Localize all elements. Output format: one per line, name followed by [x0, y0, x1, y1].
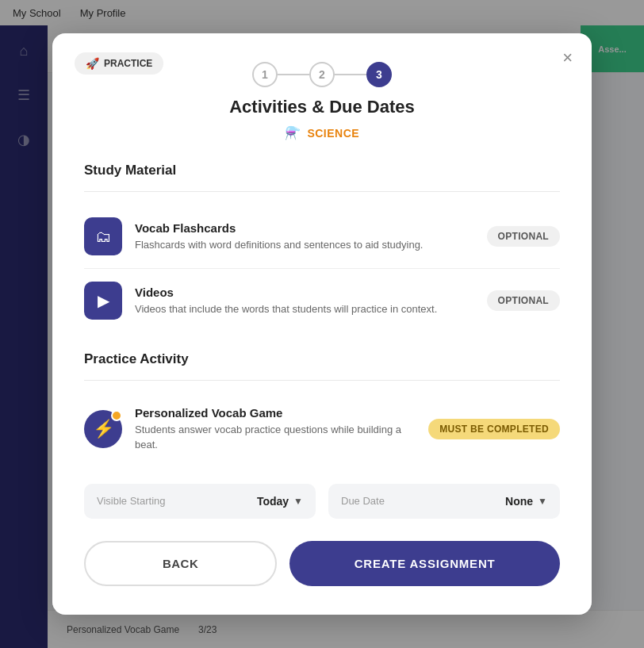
videos-badge: OPTIONAL: [487, 290, 560, 311]
due-date-value: None ▼: [505, 495, 547, 508]
create-assignment-button[interactable]: CREATE ASSIGNMENT: [289, 541, 560, 586]
science-icon: ⚗️: [285, 125, 301, 140]
practice-badge: 🚀 PRACTICE: [75, 52, 163, 75]
practice-badge-label: PRACTICE: [104, 58, 152, 69]
game-icon-dot: [111, 410, 122, 421]
vocab-flashcards-desc: Flashcards with word definitions and sen…: [135, 238, 474, 252]
due-date-selector[interactable]: Due Date None ▼: [328, 484, 560, 519]
flashcard-icon-symbol: 🗂: [95, 228, 111, 246]
subject-text: SCIENCE: [307, 127, 359, 140]
activity-item-vocab-flashcards: 🗂 Vocab Flashcards Flashcards with word …: [84, 205, 560, 269]
activity-item-vocab-game: ⚡ Personalized Vocab Game Students answe…: [84, 393, 560, 464]
vocab-game-name: Personalized Vocab Game: [135, 406, 416, 420]
subject-label: ⚗️ SCIENCE: [84, 125, 560, 140]
modal-overlay: × 🚀 PRACTICE 1 2 3 Activities & Due Date…: [0, 0, 644, 648]
vocab-flashcards-info: Vocab Flashcards Flashcards with word de…: [135, 221, 474, 252]
study-material-divider: [84, 191, 560, 192]
vocab-game-info: Personalized Vocab Game Students answer …: [135, 406, 416, 451]
video-icon-symbol: ▶: [98, 291, 109, 310]
practice-activity-list: ⚡ Personalized Vocab Game Students answe…: [84, 393, 560, 464]
step-line-1: [278, 74, 309, 75]
vocab-flashcards-name: Vocab Flashcards: [135, 221, 474, 235]
videos-info: Videos Videos that include the words tha…: [135, 286, 474, 316]
modal-dialog: × 🚀 PRACTICE 1 2 3 Activities & Due Date…: [52, 33, 592, 614]
study-material-list: 🗂 Vocab Flashcards Flashcards with word …: [84, 205, 560, 332]
visible-starting-label: Visible Starting: [97, 495, 165, 507]
step-2: 2: [309, 62, 335, 87]
videos-icon: ▶: [84, 282, 122, 320]
videos-name: Videos: [135, 286, 474, 299]
vocab-game-badge: MUST BE COMPLETED: [428, 419, 560, 439]
practice-activity-heading: Practice Activity: [84, 351, 560, 367]
due-date-chevron: ▼: [538, 496, 547, 507]
back-button[interactable]: BACK: [84, 541, 277, 586]
date-row: Visible Starting Today ▼ Due Date None ▼: [84, 484, 560, 519]
step-1: 1: [252, 62, 278, 87]
rocket-icon: 🚀: [86, 57, 99, 70]
vocab-game-desc: Students answer vocab practice questions…: [135, 423, 416, 451]
practice-activity-divider: [84, 380, 560, 381]
modal-title: Activities & Due Dates: [84, 97, 560, 117]
visible-starting-selector[interactable]: Visible Starting Today ▼: [84, 484, 316, 519]
step-line-2: [335, 74, 366, 75]
study-material-heading: Study Material: [84, 163, 560, 178]
vocab-flashcards-icon: 🗂: [84, 217, 122, 255]
videos-desc: Videos that include the words that stude…: [135, 302, 474, 316]
button-row: BACK CREATE ASSIGNMENT: [84, 541, 560, 586]
vocab-flashcards-badge: OPTIONAL: [487, 226, 560, 247]
visible-starting-chevron: ▼: [293, 496, 303, 507]
activity-item-videos: ▶ Videos Videos that include the words t…: [84, 269, 560, 332]
visible-starting-value: Today ▼: [257, 495, 303, 508]
step-3: 3: [366, 62, 392, 87]
game-icon-symbol: ⚡: [93, 419, 114, 439]
vocab-game-icon-wrapper: ⚡: [84, 410, 122, 448]
close-button[interactable]: ×: [562, 49, 573, 67]
due-date-label: Due Date: [341, 495, 385, 507]
